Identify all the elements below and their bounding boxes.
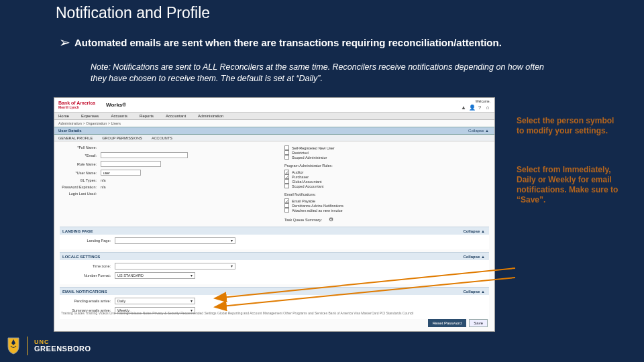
page-title: Notification and Profile [56, 4, 210, 22]
restricted-label: Restricted [292, 151, 309, 155]
nav-reports[interactable]: Reports [140, 114, 154, 118]
chevron-down-icon: ▾ [231, 239, 233, 243]
locale-hdr: LOCALE SETTINGS [62, 255, 100, 259]
landing-collapse[interactable]: Collapse ▲ [463, 229, 485, 233]
tab-group-permissions[interactable]: GROUP PERMISSIONS [102, 136, 142, 140]
pwdexp-value: n/a [101, 185, 106, 189]
user-details-title: User Details [58, 129, 82, 133]
locale-collapse[interactable]: Collapse ▲ [463, 255, 485, 259]
role-auditor-cb[interactable]: ✓ [284, 170, 289, 174]
gltypes-label: GL Types: [60, 178, 97, 182]
en1-cb[interactable]: ✓ [284, 198, 289, 203]
brand-logo: Bank of America Merrill Lynch [58, 101, 95, 109]
bullet-text: Automated emails are sent when there are… [74, 37, 502, 48]
newuser-checkbox[interactable] [284, 145, 289, 150]
numfmt-value: US STANDARD [117, 274, 144, 278]
user-details-bar: User Details Collapse ▲ [54, 127, 494, 135]
en1-label: Email Payable [292, 199, 315, 203]
footer-disclaimer: Training Guides Training Videos Live Tra… [61, 311, 413, 315]
reset-password-button[interactable]: Reset Password [428, 319, 467, 327]
chevron-down-icon: ▾ [191, 274, 193, 278]
role-purchaser: Purchaser [292, 175, 309, 179]
en3-cb[interactable] [284, 208, 289, 213]
pwdexp-label: Password Expiration: [60, 185, 97, 189]
help-icon[interactable]: ? [477, 105, 482, 111]
logo-text: UNC GREENSBORO [34, 339, 91, 353]
brand-line2: Merrill Lynch [58, 106, 95, 110]
app-screenshot: Bank of America Merrill Lynch Works® Wel… [54, 97, 495, 332]
pending-value: Daily [117, 299, 125, 303]
profile-tabs: GENERAL PROFILE GROUP PERMISSIONS ACCOUN… [54, 135, 494, 141]
callout-frequency: Select from Immediately, Daily or Weekly… [517, 165, 621, 205]
profile-right-col: Self-Registered New User Restricted Scop… [284, 145, 489, 223]
person-icon[interactable]: 👤 [469, 105, 474, 111]
logo-shield-icon [7, 337, 20, 355]
tab-accounts[interactable]: ACCOUNTS [152, 136, 172, 140]
breadcrumb: Administration > Organization > Users [54, 120, 494, 127]
email-label: *Email: [60, 154, 97, 158]
email-field[interactable] [101, 152, 188, 158]
profile-body: *Full Name: *Email: Role Name: *User Nam… [54, 141, 494, 227]
role-label: Role Name: [60, 162, 97, 166]
pending-label: Pending emails arrive: [64, 299, 111, 303]
emailnotif-header: Email Notifications: [284, 192, 489, 196]
emailnotif-collapse[interactable]: Collapse ▲ [463, 290, 485, 294]
role-globalacct: Global Accountant [292, 180, 322, 184]
gltypes-value: n/a [101, 178, 106, 182]
username-label: *User Name: [60, 171, 97, 175]
bullet-arrow-icon: ➢ [59, 36, 70, 49]
footer-logo: UNC GREENSBORO [7, 337, 91, 355]
nav-home[interactable]: Home [58, 114, 69, 118]
numfmt-label: Number Format: [64, 274, 111, 278]
locale-section: LOCALE SETTINGS Collapse ▲ Time zone: ▾ … [60, 252, 489, 284]
collapse-toggle[interactable]: Collapse ▲ [468, 129, 489, 133]
pending-select[interactable]: Daily▾ [115, 298, 195, 304]
welcome-text: Welcome, [476, 99, 490, 103]
callout-person-symbol: Select the person symbol to modify your … [517, 116, 621, 136]
tz-select[interactable]: ▾ [115, 263, 235, 269]
role-globalacct-cb[interactable] [284, 179, 289, 184]
app-banner: Bank of America Merrill Lynch Works® Wel… [54, 98, 494, 113]
nav-administration[interactable]: Administration [198, 114, 223, 118]
note-text: Note: Notifications are sent to ALL Reco… [91, 62, 560, 84]
brand-line1: Bank of America [58, 101, 95, 105]
footer-buttons: Reset Password Save [428, 319, 488, 327]
role-purchaser-cb[interactable]: ✓ [284, 174, 289, 179]
role-auditor: Auditor [292, 170, 303, 174]
header-icons: ▲ 👤 ? ⌂ [461, 105, 490, 111]
logo-divider [27, 337, 28, 355]
tab-general-profile[interactable]: GENERAL PROFILE [58, 136, 93, 140]
nav-accounts[interactable]: Accounts [111, 114, 127, 118]
taskqueue-label: Task Queue Summary: [284, 218, 322, 222]
chevron-down-icon: ▾ [231, 264, 233, 268]
en3-label: Attaches edited as new invoice [292, 208, 343, 213]
username-field[interactable] [101, 170, 141, 176]
tz-label: Time zone: [64, 264, 111, 268]
numfmt-select[interactable]: US STANDARD▾ [115, 272, 195, 279]
profile-left-col: *Full Name: *Email: Role Name: *User Nam… [60, 145, 264, 223]
landing-select[interactable]: ▾ [115, 237, 235, 244]
landing-label: Landing Page: [64, 239, 111, 243]
save-button[interactable]: Save [469, 319, 488, 327]
gear-icon[interactable]: ⚙ [329, 217, 333, 223]
lastlogin-label: Login Last Used: [60, 192, 97, 196]
home-icon[interactable]: ⌂ [485, 105, 490, 111]
en2-label: Remittance Advice Notifications [292, 204, 343, 208]
nav-accountant[interactable]: Accountant [166, 114, 186, 118]
main-nav: Home Expenses Accounts Reports Accountan… [54, 113, 494, 120]
landing-section: LANDING PAGE Collapse ▲ Landing Page: ▾ [60, 227, 489, 249]
emailnotif-hdr: EMAIL NOTIFICATIONS [62, 290, 107, 294]
bullet-row: ➢ Automated emails are sent when there a… [59, 36, 617, 49]
nav-expenses[interactable]: Expenses [81, 114, 99, 118]
role-field[interactable] [101, 161, 161, 167]
scoped-checkbox[interactable] [284, 155, 289, 160]
restricted-checkbox[interactable] [284, 150, 289, 155]
role-scopedacct-cb[interactable] [284, 184, 289, 188]
chevron-down-icon: ▾ [191, 299, 193, 303]
landing-hdr: LANDING PAGE [62, 229, 93, 233]
en2-cb[interactable] [284, 203, 289, 208]
alert-icon[interactable]: ▲ [461, 105, 466, 111]
newuser-label: Self-Registered New User [292, 146, 335, 150]
fullname-label: *Full Name: [60, 145, 97, 149]
roles-header: Program Administrator Roles: [284, 164, 489, 168]
